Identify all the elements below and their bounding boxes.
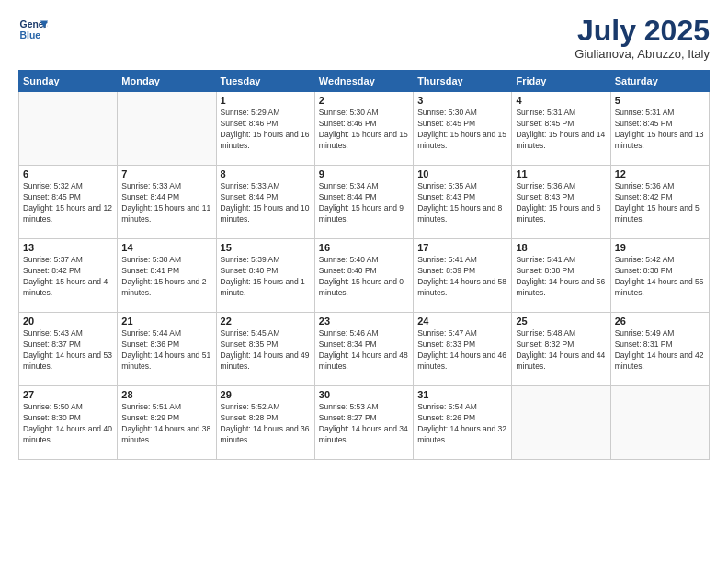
day-info: Sunrise: 5:45 AMSunset: 8:35 PMDaylight:… [221,328,311,373]
month-title: July 2025 [574,15,710,47]
table-row: 13Sunrise: 5:37 AMSunset: 8:42 PMDayligh… [19,239,118,313]
day-info: Sunrise: 5:39 AMSunset: 8:40 PMDaylight:… [221,255,311,299]
day-number: 9 [319,168,409,179]
day-info: Sunrise: 5:38 AMSunset: 8:41 PMDaylight:… [121,255,211,299]
table-row: 22Sunrise: 5:45 AMSunset: 8:35 PMDayligh… [216,313,314,386]
day-number: 16 [319,242,409,253]
day-info: Sunrise: 5:41 AMSunset: 8:38 PMDaylight:… [516,255,606,299]
day-number: 31 [417,389,507,400]
table-row: 5Sunrise: 5:31 AMSunset: 8:45 PMDaylight… [610,92,709,166]
day-info: Sunrise: 5:34 AMSunset: 8:44 PMDaylight:… [319,181,409,225]
day-number: 19 [615,242,705,253]
table-row: 30Sunrise: 5:53 AMSunset: 8:27 PMDayligh… [314,386,413,460]
table-row: 14Sunrise: 5:38 AMSunset: 8:41 PMDayligh… [118,239,216,313]
table-row [512,386,610,460]
table-row: 20Sunrise: 5:43 AMSunset: 8:37 PMDayligh… [19,313,118,386]
day-info: Sunrise: 5:42 AMSunset: 8:38 PMDaylight:… [615,255,705,299]
table-row: 7Sunrise: 5:33 AMSunset: 8:44 PMDaylight… [118,166,216,239]
col-saturday: Saturday [610,71,709,92]
table-row [118,92,216,166]
day-number: 18 [516,242,606,253]
table-row: 8Sunrise: 5:33 AMSunset: 8:44 PMDaylight… [216,166,314,239]
logo-icon: General Blue [18,15,48,44]
day-info: Sunrise: 5:29 AMSunset: 8:46 PMDaylight:… [221,108,311,152]
day-info: Sunrise: 5:30 AMSunset: 8:45 PMDaylight:… [417,108,507,152]
day-number: 21 [121,316,211,327]
day-info: Sunrise: 5:48 AMSunset: 8:32 PMDaylight:… [516,328,606,373]
calendar-body: 1Sunrise: 5:29 AMSunset: 8:46 PMDaylight… [19,92,710,460]
day-number: 26 [615,316,705,327]
table-row: 2Sunrise: 5:30 AMSunset: 8:46 PMDaylight… [314,92,413,166]
day-number: 27 [23,389,113,400]
table-row: 16Sunrise: 5:40 AMSunset: 8:40 PMDayligh… [314,239,413,313]
table-row: 4Sunrise: 5:31 AMSunset: 8:45 PMDaylight… [512,92,610,166]
day-number: 12 [615,168,705,179]
col-sunday: Sunday [19,71,118,92]
table-row: 23Sunrise: 5:46 AMSunset: 8:34 PMDayligh… [314,313,413,386]
day-number: 25 [516,316,606,327]
day-number: 28 [121,389,211,400]
table-row: 29Sunrise: 5:52 AMSunset: 8:28 PMDayligh… [216,386,314,460]
day-number: 8 [221,168,311,179]
day-info: Sunrise: 5:51 AMSunset: 8:29 PMDaylight:… [121,402,211,446]
table-row [610,386,709,460]
day-info: Sunrise: 5:44 AMSunset: 8:36 PMDaylight:… [121,328,211,373]
table-row: 15Sunrise: 5:39 AMSunset: 8:40 PMDayligh… [216,239,314,313]
table-row: 12Sunrise: 5:36 AMSunset: 8:42 PMDayligh… [610,166,709,239]
table-row: 27Sunrise: 5:50 AMSunset: 8:30 PMDayligh… [19,386,118,460]
table-row: 11Sunrise: 5:36 AMSunset: 8:43 PMDayligh… [512,166,610,239]
table-row: 1Sunrise: 5:29 AMSunset: 8:46 PMDaylight… [216,92,314,166]
page-header: General Blue July 2025 Giulianova, Abruz… [18,15,710,61]
svg-text:Blue: Blue [20,30,41,40]
day-number: 4 [516,95,606,106]
day-number: 2 [319,95,409,106]
day-info: Sunrise: 5:37 AMSunset: 8:42 PMDaylight:… [23,255,113,299]
day-info: Sunrise: 5:53 AMSunset: 8:27 PMDaylight:… [319,402,409,446]
table-row: 9Sunrise: 5:34 AMSunset: 8:44 PMDaylight… [314,166,413,239]
day-info: Sunrise: 5:33 AMSunset: 8:44 PMDaylight:… [221,181,311,225]
table-row: 26Sunrise: 5:49 AMSunset: 8:31 PMDayligh… [610,313,709,386]
day-number: 22 [221,316,311,327]
day-number: 14 [121,242,211,253]
table-row: 17Sunrise: 5:41 AMSunset: 8:39 PMDayligh… [414,239,512,313]
location-subtitle: Giulianova, Abruzzo, Italy [574,47,710,61]
day-info: Sunrise: 5:35 AMSunset: 8:43 PMDaylight:… [417,181,507,225]
table-row: 28Sunrise: 5:51 AMSunset: 8:29 PMDayligh… [118,386,216,460]
day-number: 5 [615,95,705,106]
table-row: 6Sunrise: 5:32 AMSunset: 8:45 PMDaylight… [19,166,118,239]
col-friday: Friday [512,71,610,92]
day-info: Sunrise: 5:49 AMSunset: 8:31 PMDaylight:… [615,328,705,373]
day-info: Sunrise: 5:40 AMSunset: 8:40 PMDaylight:… [319,255,409,299]
day-info: Sunrise: 5:33 AMSunset: 8:44 PMDaylight:… [121,181,211,225]
table-row [19,92,118,166]
day-number: 1 [221,95,311,106]
day-number: 10 [417,168,507,179]
table-row: 31Sunrise: 5:54 AMSunset: 8:26 PMDayligh… [414,386,512,460]
day-info: Sunrise: 5:41 AMSunset: 8:39 PMDaylight:… [417,255,507,299]
day-number: 13 [23,242,113,253]
day-info: Sunrise: 5:43 AMSunset: 8:37 PMDaylight:… [23,328,113,373]
calendar-header: Sunday Monday Tuesday Wednesday Thursday… [19,71,710,92]
col-wednesday: Wednesday [314,71,413,92]
day-info: Sunrise: 5:52 AMSunset: 8:28 PMDaylight:… [221,402,311,446]
day-number: 29 [221,389,311,400]
table-row: 18Sunrise: 5:41 AMSunset: 8:38 PMDayligh… [512,239,610,313]
day-number: 23 [319,316,409,327]
day-info: Sunrise: 5:46 AMSunset: 8:34 PMDaylight:… [319,328,409,373]
day-info: Sunrise: 5:30 AMSunset: 8:46 PMDaylight:… [319,108,409,152]
day-number: 11 [516,168,606,179]
day-number: 17 [417,242,507,253]
col-monday: Monday [118,71,216,92]
day-info: Sunrise: 5:36 AMSunset: 8:43 PMDaylight:… [516,181,606,225]
col-thursday: Thursday [414,71,512,92]
day-info: Sunrise: 5:36 AMSunset: 8:42 PMDaylight:… [615,181,705,225]
calendar-table: Sunday Monday Tuesday Wednesday Thursday… [18,70,710,460]
title-block: July 2025 Giulianova, Abruzzo, Italy [574,15,710,61]
day-info: Sunrise: 5:50 AMSunset: 8:30 PMDaylight:… [23,402,113,446]
day-number: 20 [23,316,113,327]
day-number: 6 [23,168,113,179]
day-number: 15 [221,242,311,253]
table-row: 10Sunrise: 5:35 AMSunset: 8:43 PMDayligh… [414,166,512,239]
day-number: 3 [417,95,507,106]
table-row: 24Sunrise: 5:47 AMSunset: 8:33 PMDayligh… [414,313,512,386]
